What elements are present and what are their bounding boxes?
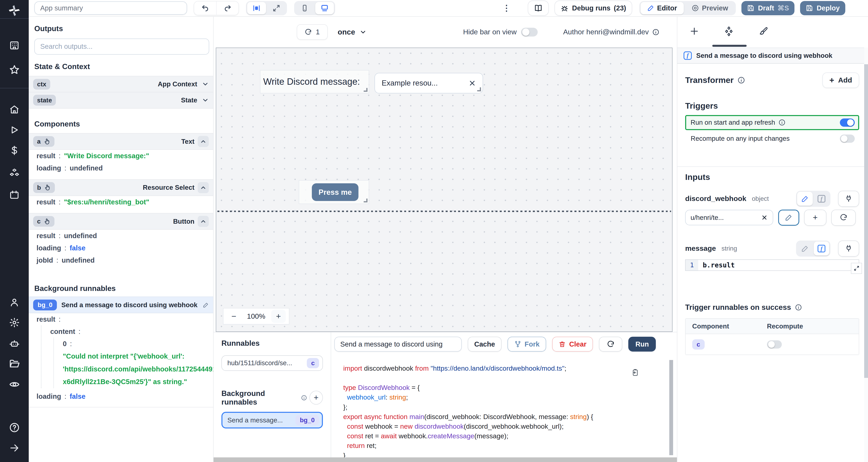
run-button[interactable]: Run [628, 337, 656, 352]
static-mode-button[interactable] [797, 192, 812, 206]
editor-tab[interactable]: Editor [641, 2, 684, 14]
ctx-row[interactable]: ctx App Context [29, 76, 213, 93]
clear-button[interactable]: Clear [552, 337, 593, 352]
search-outputs-input[interactable] [34, 38, 209, 55]
home-icon[interactable] [7, 102, 22, 117]
chevron-down-icon[interactable] [202, 80, 209, 88]
add-background-runnable-button[interactable]: + [309, 391, 323, 404]
button-component[interactable]: Press me [299, 180, 369, 204]
eval-mode-button[interactable]: f [814, 241, 829, 255]
play-icon[interactable] [7, 123, 22, 137]
connect-input-button[interactable] [838, 240, 859, 257]
insert-component-tab[interactable] [689, 27, 699, 38]
calendar-icon[interactable] [7, 188, 22, 202]
plug-icon [844, 195, 853, 203]
deploy-button[interactable]: Deploy [800, 1, 845, 15]
resize-handle[interactable] [364, 88, 368, 92]
resize-handle[interactable] [364, 199, 368, 202]
zoom-in-button[interactable]: + [271, 309, 286, 323]
component-settings-tab[interactable] [723, 26, 734, 38]
recompute-label: Recompute on any input changes [691, 135, 789, 142]
hide-bar-toggle[interactable] [521, 28, 538, 37]
run-on-start-toggle[interactable] [840, 119, 855, 127]
fork-label: Fork [525, 340, 540, 348]
pencil-icon[interactable] [203, 302, 209, 308]
add-transformer-button[interactable]: +Add [823, 72, 859, 88]
collapse-a-button[interactable] [198, 136, 209, 147]
copy-code-button[interactable] [628, 368, 643, 379]
user-icon[interactable] [7, 295, 22, 310]
bottom-horizontal-scrollbar[interactable] [214, 457, 677, 462]
info-icon[interactable] [778, 119, 786, 126]
windmill-logo-icon[interactable] [7, 4, 22, 18]
collapse-c-button[interactable] [198, 216, 209, 227]
resize-handle[interactable] [477, 87, 481, 91]
docs-button[interactable] [528, 1, 548, 15]
center-align-button[interactable] [247, 2, 266, 14]
redo-button[interactable] [216, 1, 238, 15]
folder-icon[interactable] [7, 357, 22, 371]
recompute-toggle[interactable] [840, 134, 855, 143]
edit-resource-button[interactable] [778, 209, 799, 226]
info-icon[interactable] [652, 29, 659, 36]
debug-runs-button[interactable]: Debug runs (23) [555, 1, 632, 15]
component-b-row[interactable]: b Resource Select [29, 179, 213, 196]
transformer-title: Transformer [685, 75, 734, 85]
mobile-view-button[interactable] [296, 2, 314, 14]
expand-editor-button[interactable] [851, 263, 862, 274]
close-icon[interactable] [761, 214, 768, 221]
bug-icon [560, 4, 569, 12]
settings-scrollbar[interactable] [864, 47, 868, 462]
message-expression-editor[interactable]: 1 b.result [685, 259, 859, 271]
interval-select[interactable]: once [334, 27, 370, 37]
chevron-down-icon[interactable] [202, 97, 209, 104]
connect-input-button[interactable] [838, 191, 859, 207]
styling-tab[interactable] [759, 26, 769, 38]
info-icon[interactable] [737, 76, 745, 84]
close-icon[interactable] [468, 79, 476, 87]
cubes-icon[interactable] [7, 166, 22, 180]
robot-icon[interactable] [7, 336, 22, 351]
draft-button[interactable]: Draft ⌘S [741, 1, 795, 15]
runnable-name-input[interactable] [334, 337, 462, 352]
refresh-resource-button[interactable] [831, 209, 856, 226]
help-icon[interactable] [7, 421, 22, 435]
cache-button[interactable]: Cache [468, 337, 501, 352]
desktop-view-button[interactable] [315, 2, 334, 14]
info-icon[interactable] [795, 304, 802, 311]
component-c-row[interactable]: c Button [29, 213, 213, 230]
undo-button[interactable] [194, 1, 216, 15]
resource-picker[interactable]: u/henri/te... [685, 210, 773, 225]
fullscreen-button[interactable] [267, 2, 286, 14]
preview-tab[interactable]: Preview [685, 2, 735, 14]
eye-icon[interactable] [7, 377, 22, 392]
arrow-right-icon[interactable] [7, 441, 22, 455]
gear-icon[interactable] [7, 315, 22, 330]
kebab-icon: ⋮ [502, 3, 510, 13]
code-editor[interactable]: import discordwebhook from "https://deno… [331, 358, 668, 458]
eval-mode-button[interactable]: f [814, 192, 829, 206]
dollar-icon[interactable] [7, 143, 22, 158]
star-icon[interactable] [7, 62, 22, 77]
resource-select-component[interactable]: Example resou... [374, 73, 483, 93]
recompute-row-toggle[interactable] [767, 340, 782, 349]
press-me-button[interactable]: Press me [312, 183, 358, 201]
refresh-code-button[interactable] [599, 337, 622, 352]
app-canvas[interactable]: Write Discord message: Example resou... … [216, 47, 673, 332]
bg-runnable-item-selected[interactable]: Send a message... bg_0 [221, 412, 323, 428]
fork-button[interactable]: Fork [507, 337, 546, 352]
refresh-count-box[interactable]: 1 [297, 24, 328, 40]
runnable-item[interactable]: hub/1511/discord/se... c [221, 355, 323, 371]
building-icon[interactable] [7, 38, 22, 53]
code-vertical-scrollbar[interactable] [669, 360, 673, 455]
bg0-row[interactable]: bg_0 Send a message to discord using web… [29, 297, 213, 313]
add-resource-button[interactable]: + [804, 209, 826, 226]
collapse-b-button[interactable] [198, 182, 209, 193]
state-row[interactable]: state State [29, 92, 213, 109]
more-options-button[interactable]: ⋮ [499, 3, 514, 13]
component-a-row[interactable]: a Text [29, 133, 213, 150]
static-mode-button[interactable] [797, 241, 812, 255]
zoom-out-button[interactable]: − [227, 309, 241, 323]
app-summary-input[interactable] [34, 1, 187, 15]
text-component[interactable]: Write Discord message: [260, 70, 369, 93]
